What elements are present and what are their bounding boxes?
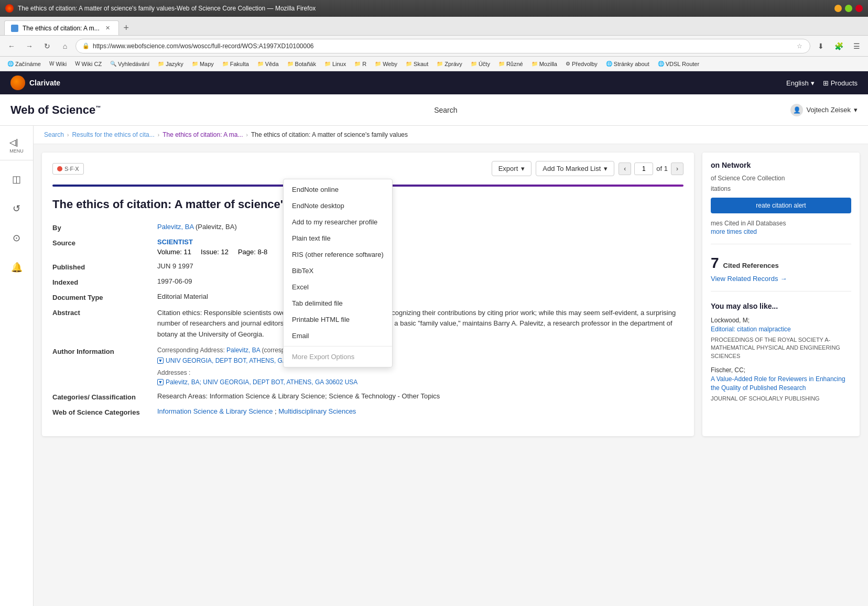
close-button[interactable] (855, 5, 863, 12)
menu-button[interactable]: ☰ (849, 39, 864, 53)
profile-icon: ⊙ (13, 232, 20, 244)
bookmark-label: Věda (265, 61, 279, 67)
forward-button[interactable]: → (22, 39, 37, 53)
bookmark-zpravy[interactable]: 📁 Zprávy (433, 60, 465, 68)
export-endnote-online[interactable]: EndNote online (284, 181, 392, 198)
address2-toggle[interactable]: ▼ Palevitz, BA; UNIV GEORGIA, DEPT BOT, … (157, 378, 683, 386)
address1-toggle[interactable]: ▼ UNIV GEORGIA, DEPT BOT, ATHENS, GA 306… (157, 357, 683, 364)
prev-icon: ‹ (624, 165, 626, 172)
add-marked-label: Add To Marked List (542, 165, 601, 172)
export-bibtex[interactable]: BibTeX (284, 263, 392, 279)
bookmark-r[interactable]: 📁 R (351, 60, 370, 68)
related-journal-1: PROCEEDINGS OF THE ROYAL SOCIETY A-MATHE… (711, 336, 851, 360)
refresh-button[interactable]: ↻ (40, 39, 55, 53)
back-button[interactable]: ← (4, 39, 19, 53)
user-name: Vojtech Zeisek (806, 106, 851, 114)
bookmark-weby[interactable]: 📁 Weby (372, 60, 400, 68)
sfx-button[interactable]: S·F·X (52, 163, 84, 175)
export-tab-delimited[interactable]: Tab delimited file (284, 295, 392, 311)
pagination: ‹ of 1 › (619, 163, 683, 175)
breadcrumb-search[interactable]: Search (44, 131, 64, 138)
wos-cat-link1[interactable]: Information Science & Library Science (157, 407, 273, 415)
menu-label: MENU (9, 148, 24, 154)
citation-network-title: on Network (711, 161, 851, 169)
export-button[interactable]: Export ▾ (492, 161, 532, 176)
corresponding-author-link[interactable]: Palevitz, BA (226, 347, 260, 354)
bookmark-veda[interactable]: 📁 Věda (254, 60, 282, 68)
bookmark-ucty[interactable]: 📁 Účty (468, 60, 493, 68)
view-related-records-link[interactable]: View Related Records → (711, 275, 851, 283)
source-value: SCIENTIST Volume: 11 Issue: 12 Page: 8-8 (157, 238, 683, 256)
create-citation-alert-button[interactable]: reate citation alert (711, 198, 851, 213)
tab-close-button[interactable]: ✕ (104, 24, 112, 33)
home-button[interactable]: ⌂ (58, 39, 72, 53)
related-title-link-2[interactable]: A Value-Added Role for Reviewers in Enha… (711, 375, 851, 393)
bookmark-mapy[interactable]: 📁 Mapy (189, 60, 217, 68)
history-icon: ↺ (13, 203, 20, 214)
bookmark-zazineme[interactable]: 🌐 Začínáme (4, 60, 44, 68)
maximize-button[interactable] (845, 5, 852, 12)
related-title-link-1[interactable]: Editorial: citation malpractice (711, 325, 851, 334)
bookmark-ruzne[interactable]: 📁 Různé (495, 60, 526, 68)
sfx-dot (57, 166, 62, 171)
user-avatar: 👤 (790, 104, 803, 116)
language-selector[interactable]: English ▾ (786, 79, 815, 87)
export-plain-text[interactable]: Plain text file (284, 230, 392, 246)
more-times-cited[interactable]: more times cited (711, 228, 851, 235)
next-page-button[interactable]: › (671, 163, 683, 175)
author-plain: (Palevitz, BA) (196, 223, 237, 231)
bookmark-wiki-cz[interactable]: W Wiki CZ (72, 60, 105, 68)
add-to-marked-button[interactable]: Add To Marked List ▾ (536, 161, 614, 176)
export-excel[interactable]: Excel (284, 279, 392, 295)
bookmark-linux[interactable]: 📁 Linux (321, 60, 349, 68)
export-endnote-desktop[interactable]: EndNote desktop (284, 198, 392, 214)
sidebar-item-window[interactable]: ◫ (4, 167, 29, 192)
bookmark-star-icon[interactable]: ☆ (795, 42, 804, 50)
prev-page-button[interactable]: ‹ (619, 163, 631, 175)
bookmark-jazyky[interactable]: 📁 Jazyky (155, 60, 187, 68)
wos-cat-link2[interactable]: Multidisciplinary Sciences (278, 407, 356, 415)
products-button[interactable]: ⊞ Products (823, 79, 858, 87)
bookmark-stranky-about[interactable]: 🌐 Stránky about (603, 60, 653, 68)
export-ris[interactable]: RIS (other reference software) (284, 246, 392, 263)
extensions-button[interactable]: 🧩 (831, 39, 846, 53)
breadcrumb-results[interactable]: Results for the ethics of cita... (72, 131, 154, 138)
bookmark-skaut[interactable]: 📁 Skaut (403, 60, 431, 68)
user-menu[interactable]: 👤 Vojtech Zeisek ▾ (790, 104, 858, 116)
bookmark-predvolby[interactable]: ⚙ Předvolby (562, 60, 601, 68)
clarivate-right: English ▾ ⊞ Products (786, 79, 858, 87)
bookmark-vyhledavani[interactable]: 🔍 Vyhledávání (107, 60, 153, 68)
source-name[interactable]: SCIENTIST (157, 238, 683, 246)
export-email[interactable]: Email (284, 328, 392, 344)
export-chevron-icon: ▾ (521, 165, 525, 172)
export-researcher-profile[interactable]: Add to my researcher profile (284, 214, 392, 230)
browser-window-controls[interactable] (834, 5, 863, 12)
by-label: By (52, 223, 147, 232)
sidebar-item-history[interactable]: ↺ (4, 196, 29, 221)
bookmark-fakulta[interactable]: 📁 Fakulta (219, 60, 252, 68)
wos-logo-text: Web of Science™ (10, 103, 101, 117)
new-tab-button[interactable]: + (119, 20, 134, 35)
tab-title: The ethics of citation: A m... (23, 25, 100, 32)
page-number-input[interactable] (634, 163, 653, 175)
cited-refs-row: 7 Cited References (711, 255, 851, 272)
bookmark-vdsl[interactable]: 🌐 VDSL Router (655, 60, 702, 68)
bookmark-wiki[interactable]: W Wiki (46, 60, 70, 68)
header-search-link[interactable]: Search (434, 106, 457, 114)
bookmark-mozilla[interactable]: 📁 Mozilla (528, 60, 560, 68)
language-chevron-icon: ▾ (811, 79, 815, 87)
browser-favicon (5, 4, 14, 13)
export-printable-html[interactable]: Printable HTML file (284, 311, 392, 328)
wos-logo: Web of Science™ (10, 103, 101, 117)
sidebar-item-notifications[interactable]: 🔔 (4, 255, 29, 280)
related-item-2: Fischer, CC; A Value-Added Role for Revi… (711, 366, 851, 403)
author-link[interactable]: Palevitz, BA (157, 223, 193, 231)
breadcrumb-record-short[interactable]: The ethics of citation: A ma... (162, 131, 243, 138)
sidebar-toggle[interactable]: ◁| MENU (5, 133, 28, 158)
bookmark-botanak[interactable]: 📁 Botañák (284, 60, 319, 68)
minimize-button[interactable] (834, 5, 842, 12)
sidebar-item-profile[interactable]: ⊙ (4, 225, 29, 251)
download-button[interactable]: ⬇ (813, 39, 828, 53)
address-bar[interactable]: 🔒 https://www.webofscience.com/wos/woscc… (75, 39, 810, 53)
browser-tab[interactable]: The ethics of citation: A m... ✕ (4, 20, 119, 35)
